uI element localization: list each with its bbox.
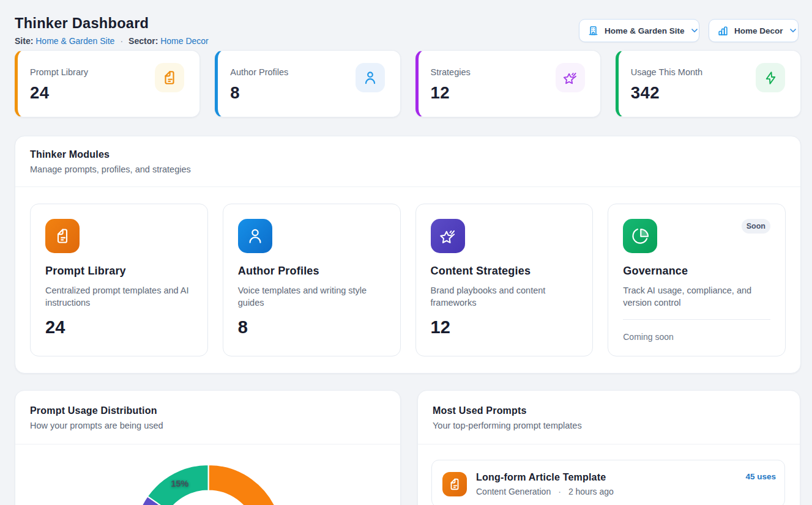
- svg-text:15%: 15%: [171, 479, 188, 488]
